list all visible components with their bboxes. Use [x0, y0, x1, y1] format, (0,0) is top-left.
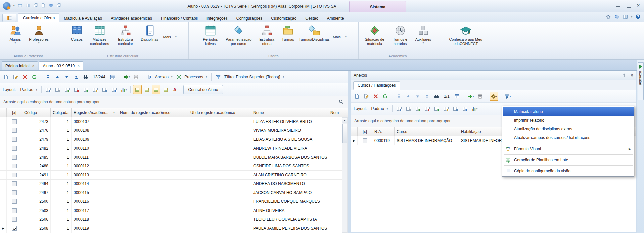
table-row[interactable]: 2500 1 0000116 FRANCILEIDE COPQUE MARQUE… — [0, 197, 348, 207]
layout-panels-icon[interactable] — [623, 14, 628, 19]
edit-record-button[interactable] — [362, 92, 371, 101]
help-icon[interactable] — [635, 14, 641, 19]
ribbon-button-alunos[interactable]: Alunos▾ — [5, 24, 26, 45]
table-row[interactable]: 2476 1 0000108 VIVIAN MOREIRA SIEIRO — [0, 126, 348, 135]
last-record-button[interactable] — [423, 92, 431, 101]
new-window-icon[interactable] — [18, 3, 22, 8]
row-checkbox[interactable] — [7, 206, 22, 215]
column-header-nome[interactable]: Nome — [251, 108, 328, 117]
row-checkbox-checked[interactable] — [7, 224, 22, 233]
ribbon-tab-curriculo-e-oferta[interactable]: Currículo e Oferta — [18, 13, 59, 22]
ribbon-button-professores[interactable]: Professores▾ — [26, 24, 52, 45]
layout-select[interactable]: Padrão▾ — [368, 104, 389, 113]
column-header-registro[interactable]: Registro Acadêmi...▲ — [72, 108, 118, 117]
grid-extra-button[interactable] — [110, 85, 119, 94]
column-header-coligada[interactable]: Coligada — [51, 108, 72, 117]
print-button[interactable] — [132, 73, 140, 81]
ribbon-tab-configuracoes[interactable]: Configurações — [232, 14, 267, 22]
row-checkbox[interactable] — [7, 153, 22, 162]
close-button[interactable]: × — [636, 3, 641, 8]
ribbon-button-matrizes-curriculares[interactable]: Matrizes curriculares — [87, 24, 113, 46]
column-header-uf-registro[interactable]: Uf do registro acadêmico — [188, 108, 251, 117]
chevron-down-icon[interactable]: ▾ — [631, 16, 632, 18]
copy-pages-icon[interactable] — [33, 3, 38, 8]
row-checkbox[interactable] — [7, 162, 22, 171]
layout-position-1-button[interactable] — [133, 85, 142, 94]
column-header-num-registro[interactable]: Núm. do registro acadêmico — [118, 108, 188, 117]
save-layout-button[interactable] — [44, 85, 53, 94]
ribbon-tab-customizacao[interactable]: Customização — [267, 14, 301, 22]
row-checkbox[interactable] — [7, 144, 22, 153]
row-checkbox[interactable] — [7, 171, 22, 179]
ribbon-button-mais-estrutura[interactable]: Mais...▾ — [161, 34, 179, 40]
menu-item-matricular-aluno[interactable]: Matricular aluno — [503, 107, 634, 116]
filter-dropdown[interactable]: ▾ — [503, 92, 512, 101]
ribbon-button-mais-oferta[interactable]: Mais...▾ — [331, 34, 349, 40]
pin-icon[interactable] — [622, 73, 627, 78]
grid-remove-button[interactable] — [442, 104, 451, 113]
font-color-button[interactable]: A — [171, 85, 179, 94]
ribbon-button-situacao-de-matricula[interactable]: Situação de matrícula — [361, 24, 388, 46]
table-row[interactable]: 2494 1 0000114 ANDREA DO NASCIMENTO — [0, 180, 348, 189]
executar-tab[interactable]: Executar — [638, 62, 644, 100]
row-checkbox[interactable] — [7, 135, 22, 144]
ribbon-button-turmas-disciplinas[interactable]: Turmas/Disciplinas — [297, 24, 331, 42]
copy-icon[interactable] — [56, 3, 61, 8]
menu-item-atualizar-campos-cursos[interactable]: Atualizar campos dos cursos / habilitaçõ… — [503, 133, 634, 142]
column-header-checkbox[interactable]: [x] — [358, 127, 372, 136]
scrollbar-thumb[interactable] — [342, 124, 347, 143]
ribbon-button-estrutura-curricular[interactable]: Estrutura curricular — [113, 24, 138, 46]
table-row[interactable]: 2491 1 0000113 ALAN CRISTINO CARNEIRO — [0, 171, 348, 180]
table-row[interactable]: 2503 1 0000117 ALINE OLIVEIRA — [0, 206, 348, 215]
grid-export-button[interactable] — [72, 85, 81, 94]
chart-button[interactable]: ▾ — [470, 104, 479, 113]
column-header-ra[interactable]: R.A. — [372, 127, 395, 136]
grid-view-button[interactable] — [108, 73, 117, 81]
column-header-nom[interactable]: Nom — [328, 108, 348, 117]
ribbon-button-turmas[interactable]: Turmas — [279, 24, 297, 42]
table-row[interactable]: 2506 1 0000118 TECIO LEUR GOUVEIA BAPTIS… — [0, 215, 348, 224]
menu-item-imprimir-relatorio[interactable]: Imprimir relatório — [503, 116, 634, 125]
refresh-button[interactable] — [30, 73, 39, 81]
close-panel-icon[interactable]: × — [631, 73, 633, 78]
ribbon-button-estrutura-oferta[interactable]: Estrutura oferta — [255, 24, 279, 46]
layout-position-4-button[interactable] — [161, 85, 170, 94]
execute-button[interactable]: ▾ — [466, 92, 475, 101]
filter-dropdown[interactable]: [Filtro: Ensino Superior (Todos)]▾ — [214, 73, 286, 81]
next-record-button[interactable] — [62, 73, 71, 81]
column-header-checkbox[interactable]: [x] — [7, 108, 22, 117]
panel-window-icon[interactable] — [26, 3, 30, 8]
last-record-button[interactable] — [72, 73, 81, 81]
restore-button[interactable] — [626, 3, 631, 8]
menu-item-formula-visual[interactable]: Fórmula Visual ▶ — [503, 144, 634, 153]
ribbon-button-educonnect[interactable]: Conheça o app Meu eduCONNECT — [446, 24, 486, 46]
grid-add-button[interactable] — [414, 104, 422, 113]
layout-gray-button[interactable] — [404, 104, 413, 113]
row-checkbox[interactable] — [7, 215, 22, 224]
group-by-bar[interactable]: Arraste aqui o cabeçalho de uma coluna p… — [0, 96, 348, 108]
ribbon-tab-atividades-academicas[interactable]: Atividades acadêmicas — [106, 14, 156, 22]
table-row[interactable]: 2497 1 0000115 JACSON CARVALHO SAMPAIO — [0, 188, 348, 197]
search-icon[interactable] — [338, 99, 344, 104]
previous-record-button[interactable] — [53, 73, 62, 81]
layout-position-2-button[interactable] — [142, 85, 151, 94]
table-row[interactable]: 2473 1 0000107 LUIZA ESTER OLIVEIRA BRIT… — [0, 117, 348, 126]
ribbon-tab-financeiro-contabil[interactable]: Financeiro / Contábil — [156, 14, 202, 22]
execute-button[interactable]: ▾ — [122, 73, 131, 81]
application-menu-button[interactable] — [2, 14, 16, 22]
ribbon-button-auxiliares[interactable]: Auxiliares▾ — [412, 24, 434, 45]
delete-record-button[interactable] — [371, 92, 380, 101]
next-record-button[interactable] — [413, 92, 422, 101]
app-logo-icon[interactable] — [3, 2, 11, 10]
column-header-curso[interactable]: Curso — [395, 127, 459, 136]
ribbon-button-periodos-letivos[interactable]: Períodos letivos — [199, 24, 222, 46]
ribbon-tab-matricula-e-avaliacao[interactable]: Matrícula e Avaliação — [59, 14, 106, 22]
edit-record-button[interactable] — [11, 73, 20, 81]
first-record-button[interactable] — [395, 92, 403, 101]
qat-dropdown-icon[interactable]: ▾ — [13, 4, 15, 7]
close-tab-icon[interactable]: × — [32, 64, 34, 68]
table-row[interactable]: 2479 1 0000109 ELIAS ASTERIO A S DE SOUS… — [0, 135, 348, 144]
grid-sum-button[interactable] — [451, 104, 460, 113]
grid-add-button[interactable] — [63, 85, 72, 94]
help-globe-icon[interactable] — [614, 14, 619, 19]
